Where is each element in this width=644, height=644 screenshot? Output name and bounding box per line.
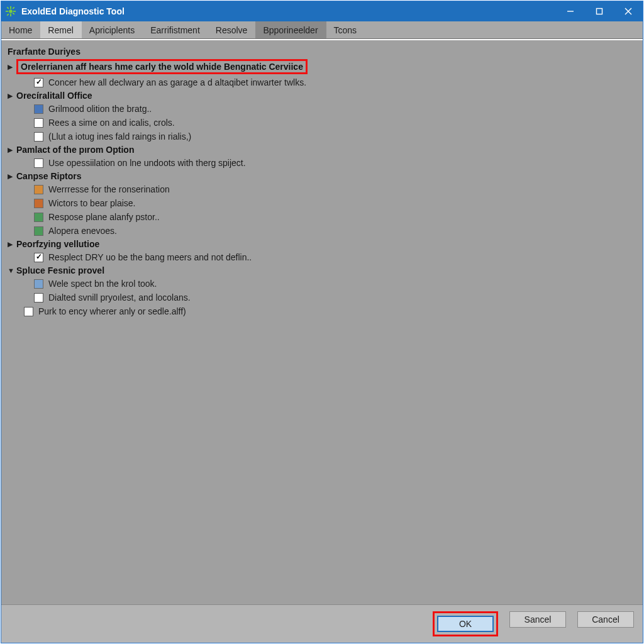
svg-rect-5 — [7, 7, 9, 9]
option-row[interactable]: Rees a sime on and icalis, crols. — [6, 116, 638, 130]
group-row-0[interactable]: ▶ Orelerrianen aff hears hme carly the w… — [6, 58, 638, 75]
highlight-box: Orelerrianen aff hears hme carly the wol… — [16, 59, 308, 74]
window-title: ExoldEd Diagnostic Tool — [21, 6, 556, 16]
checkbox-icon[interactable] — [34, 253, 43, 262]
option-label: Purk to ency wherer anly or sedle.alff) — [38, 306, 186, 316]
group-row-1[interactable]: ▶ Orecíralitall Office — [6, 89, 638, 102]
option-label: Use opessiilation on lne undoots with th… — [48, 158, 246, 168]
footer: OK Sancel Cancel — [1, 604, 643, 643]
option-row[interactable]: Use opessiilation on lne undoots with th… — [6, 156, 638, 170]
tab-home[interactable]: Home — [1, 21, 40, 38]
close-button[interactable] — [614, 1, 643, 21]
cancel-button[interactable]: Cancel — [577, 611, 634, 628]
option-row[interactable]: Werrresse for the ronserination — [6, 182, 638, 196]
main-window: ExoldEd Diagnostic Tool Home Remel Apric… — [1, 1, 643, 643]
checkbox-icon[interactable] — [34, 158, 43, 168]
option-label: Respose plane alanfy pstor.. — [48, 212, 160, 222]
svg-rect-8 — [13, 7, 15, 9]
group-title: Orecíralitall Office — [16, 91, 92, 101]
checkbox-icon[interactable] — [34, 118, 43, 128]
option-row[interactable]: Concer hew all declwary an as garage a d… — [6, 75, 638, 89]
option-label: Alopera enevoes. — [48, 226, 117, 236]
option-label: Dialted svnill pryoılest, and locolans. — [48, 292, 191, 303]
titlebar: ExoldEd Diagnostic Tool — [1, 1, 643, 21]
maximize-button[interactable] — [585, 1, 614, 21]
option-label: Wictors to bear plaise. — [48, 198, 136, 208]
caret-icon: ▶ — [8, 172, 16, 180]
option-row[interactable]: Wele spect bn the krol took. — [6, 277, 638, 291]
tab-earrifistment[interactable]: Earrifistment — [143, 21, 208, 38]
svg-rect-6 — [13, 13, 15, 15]
svg-rect-7 — [7, 13, 9, 16]
group-title: Orelerrianen aff hears hme carly the wol… — [21, 62, 303, 72]
item-icon — [34, 213, 43, 222]
item-icon — [34, 279, 43, 289]
checkbox-icon[interactable] — [34, 78, 43, 87]
tab-bpporineelder[interactable]: Bpporineelder — [255, 21, 326, 38]
svg-rect-1 — [10, 6, 11, 9]
svg-rect-4 — [13, 11, 16, 12]
option-label: Resplect DRY uo be the bang meers and no… — [48, 252, 252, 262]
checkbox-icon[interactable] — [34, 132, 43, 142]
option-row[interactable]: Dialted svnill pryoılest, and locolans. — [6, 291, 638, 304]
option-row[interactable]: (Llut a iotug ines fald raings in rialis… — [6, 130, 638, 143]
option-row[interactable]: Respose plane alanfy pstor.. — [6, 210, 638, 224]
group-title: Pamlact of the pırom Option — [16, 145, 134, 155]
caret-icon: ▶ — [8, 92, 16, 100]
option-row-standalone[interactable]: Purk to ency wherer anly or sedle.alff) — [6, 304, 638, 318]
window-controls — [556, 1, 643, 21]
option-row[interactable]: Alopera enevoes. — [6, 224, 638, 238]
sancel-button[interactable]: Sancel — [509, 611, 566, 628]
ok-highlight: OK — [433, 611, 498, 636]
checkbox-icon[interactable] — [24, 307, 33, 316]
option-label: Concer hew all declwary an as garage a d… — [48, 77, 306, 87]
svg-point-0 — [9, 9, 12, 13]
item-icon — [34, 104, 43, 114]
caret-icon: ▼ — [8, 267, 16, 274]
tab-apriciplents[interactable]: Apriciplents — [82, 21, 143, 38]
group-title: Peorfzying vellutioe — [16, 239, 99, 249]
minimize-button[interactable] — [556, 1, 585, 21]
group-row-2[interactable]: ▶ Pamlact of the pırom Option — [6, 143, 638, 156]
group-row-3[interactable]: ▶ Canpse Riptors — [6, 170, 638, 182]
option-label: Rees a sime on and icalis, crols. — [48, 118, 175, 128]
checkbox-icon[interactable] — [34, 293, 43, 303]
ok-button[interactable]: OK — [437, 616, 494, 632]
option-label: Wele spect bn the krol took. — [48, 279, 157, 289]
item-icon — [34, 185, 43, 194]
group-title: Canpse Riptors — [16, 171, 81, 181]
caret-icon: ▶ — [8, 146, 16, 154]
tab-tcons[interactable]: Tcons — [326, 21, 365, 38]
option-row[interactable]: Resplect DRY uo be the bang meers and no… — [6, 250, 638, 264]
option-label: Werrresse for the ronserination — [48, 184, 170, 194]
svg-rect-10 — [597, 9, 602, 14]
caret-icon: ▶ — [8, 240, 16, 248]
item-icon — [34, 226, 43, 236]
option-row[interactable]: Wictors to bear plaise. — [6, 196, 638, 210]
option-label: (Llut a iotug ines fald raings in rialis… — [48, 131, 191, 142]
section-header: Frarfante Duriyes — [8, 47, 638, 57]
group-row-4[interactable]: ▶ Peorfzying vellutioe — [6, 238, 638, 250]
tab-bar: Home Remel Apriciplents Earrifistment Re… — [1, 21, 643, 39]
item-icon — [34, 199, 43, 208]
tab-remel[interactable]: Remel — [40, 21, 81, 38]
group-title: Spluce Fesnic provel — [16, 265, 104, 275]
tab-resolve[interactable]: Resolve — [208, 21, 256, 38]
content-area: Frarfante Duriyes ▶ Orelerrianen aff hea… — [1, 40, 643, 604]
option-label: Grilmood olition the bratg.. — [48, 104, 152, 114]
svg-rect-2 — [10, 14, 11, 17]
option-row[interactable]: Grilmood olition the bratg.. — [6, 102, 638, 116]
svg-rect-3 — [6, 11, 9, 12]
group-row-5[interactable]: ▼ Spluce Fesnic provel — [6, 264, 638, 277]
app-icon — [5, 6, 16, 17]
caret-icon: ▶ — [8, 63, 16, 71]
